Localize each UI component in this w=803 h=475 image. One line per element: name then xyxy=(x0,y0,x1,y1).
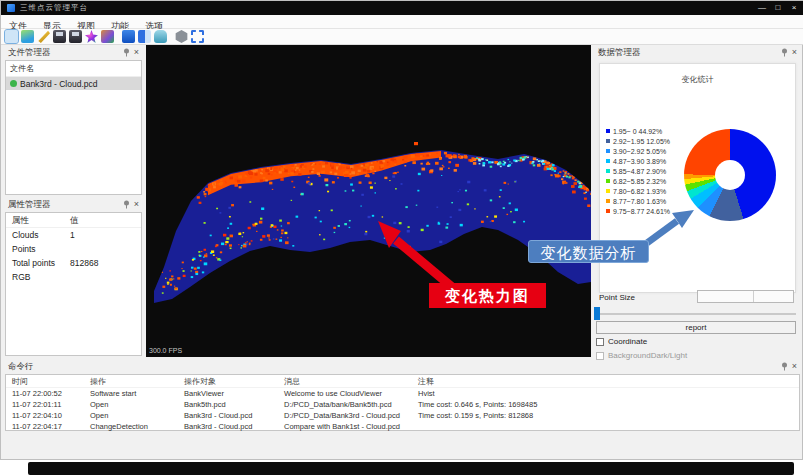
table-cell: Compare with Bank1st - Cloud.pcd xyxy=(284,422,400,431)
legend-swatch xyxy=(606,149,610,153)
pin-icon[interactable] xyxy=(123,200,130,209)
table-cell: 11-07 22:01:11 xyxy=(12,400,61,409)
legend-label: 4.87~3.90 3.89% xyxy=(613,158,666,165)
legend-swatch xyxy=(606,189,610,193)
file-item-label: Bank3rd - Cloud.pcd xyxy=(20,79,98,89)
brush-icon[interactable] xyxy=(37,30,50,43)
tree-header: 文件名 xyxy=(6,61,141,77)
legend-swatch xyxy=(606,209,610,213)
table-cell: D:/PCD_Data/bank/Bank5th.pcd xyxy=(284,400,392,409)
table-col-header: 操作 xyxy=(90,376,106,387)
legend-label: 6.82~5.85 2.32% xyxy=(613,178,666,185)
table-cell: Bank5th.pcd xyxy=(184,400,226,409)
close-icon[interactable]: × xyxy=(792,360,797,373)
pin-icon[interactable] xyxy=(123,48,130,57)
table-cell: Hvist xyxy=(418,389,435,398)
table-row[interactable]: 11-07 22:00:52Software startBankViewerWe… xyxy=(6,388,799,399)
save-icon[interactable] xyxy=(53,30,66,43)
minimize-button[interactable]: — xyxy=(754,1,770,15)
table-cell: Time cost: 0.646 s, Points: 1698485 xyxy=(418,400,537,409)
file-list: Bank3rd - Cloud.pcd xyxy=(6,77,141,90)
table-row[interactable]: 11-07 22:04:17ChangeDetectionBank3rd - C… xyxy=(6,421,799,432)
legend-label: 8.77~7.80 1.63% xyxy=(613,198,666,205)
panel-title: 数据管理器 xyxy=(598,47,781,59)
legend-label: 2.92~1.95 12.05% xyxy=(613,138,670,145)
file-item[interactable]: Bank3rd - Cloud.pcd xyxy=(6,77,141,90)
cube-half-icon[interactable] xyxy=(138,30,151,43)
point-size-label: Point Size xyxy=(599,293,635,302)
taskbar[interactable] xyxy=(28,462,794,475)
background-checkbox[interactable] xyxy=(596,352,604,360)
property-row: Points xyxy=(6,242,141,256)
table-row[interactable]: 11-07 22:04:10OpenBank3rd - Cloud.pcdD:/… xyxy=(6,410,799,421)
legend-swatch xyxy=(606,159,610,163)
layers-icon[interactable] xyxy=(101,30,114,43)
coordinate-label: Coordinate xyxy=(608,337,647,346)
settings-star-icon[interactable] xyxy=(85,30,98,43)
legend-swatch xyxy=(606,139,610,143)
property-cell: RGB xyxy=(12,272,30,282)
mesh-icon[interactable] xyxy=(175,30,188,43)
property-cell: Clouds xyxy=(12,230,38,240)
property-table: 属性值Clouds1PointsTotal points812868RGB xyxy=(5,212,142,356)
table-cell: Bank3rd - Cloud.pcd xyxy=(184,422,252,431)
close-icon[interactable]: × xyxy=(792,46,797,59)
command-line-header: 命令行 × xyxy=(3,360,802,373)
report-button[interactable]: report xyxy=(596,321,796,334)
cylinder-icon[interactable] xyxy=(154,30,167,43)
table-row[interactable]: 11-07 22:01:11OpenBank5th.pcdD:/PCD_Data… xyxy=(6,399,799,410)
close-icon[interactable]: × xyxy=(134,198,139,211)
background-label: BackgroundDark/Light xyxy=(608,351,687,360)
analysis-annotation: 变化数据分析 xyxy=(528,240,649,263)
new-point-cloud-icon[interactable] xyxy=(5,30,18,43)
point-cloud xyxy=(146,45,591,357)
chart-title: 变化统计 xyxy=(600,74,795,85)
property-cell: Total points xyxy=(12,258,55,268)
legend-item: 7.80~6.82 1.93% xyxy=(606,186,670,196)
cube-filled-icon[interactable] xyxy=(122,30,135,43)
command-table: 时间操作操作对象消息注释11-07 22:00:52Software start… xyxy=(5,374,800,431)
pin-icon[interactable] xyxy=(781,362,788,371)
pin-icon[interactable] xyxy=(781,48,788,57)
toolbar xyxy=(1,29,803,45)
selection-box-icon[interactable] xyxy=(191,30,204,43)
property-col-header: 值 xyxy=(70,215,79,227)
fps-counter: 300.0 FPS xyxy=(149,347,182,354)
point-size-input[interactable] xyxy=(697,290,794,303)
legend-label: 7.80~6.82 1.93% xyxy=(613,188,666,195)
property-manager-header: 属性管理器 × xyxy=(3,198,144,211)
legend-swatch xyxy=(606,129,610,133)
table-cell: Welcome to use CloudViewer xyxy=(284,389,382,398)
property-header-row: 属性值 xyxy=(6,213,141,228)
table-col-header: 注释 xyxy=(418,376,434,387)
open-file-icon[interactable] xyxy=(21,30,34,43)
panel-title: 属性管理器 xyxy=(8,199,123,211)
window-controls: — □ × xyxy=(754,1,803,15)
property-cell: 812868 xyxy=(70,258,98,268)
property-cell: 1 xyxy=(70,230,75,240)
legend-item: 3.90~2.92 5.05% xyxy=(606,146,670,156)
legend-label: 1.95~ 0 44.92% xyxy=(613,128,662,135)
legend-label: 9.75~8.77 24.61% xyxy=(613,208,670,215)
save-all-icon[interactable] xyxy=(69,30,82,43)
table-cell: Open xyxy=(90,400,108,409)
table-header-row: 时间操作操作对象消息注释 xyxy=(6,375,799,388)
property-cell: Points xyxy=(12,244,36,254)
3d-viewport[interactable]: 300.0 FPS xyxy=(146,45,591,357)
point-size-input-divider xyxy=(753,291,754,302)
donut-hole xyxy=(715,160,745,190)
slider-handle[interactable] xyxy=(594,307,600,320)
maximize-button[interactable]: □ xyxy=(770,1,786,15)
close-button[interactable]: × xyxy=(786,1,802,15)
window-titlebar: 三维点云管理平台 — □ × xyxy=(1,1,803,15)
coordinate-checkbox[interactable] xyxy=(596,338,604,346)
legend-item: 5.85~4.87 2.90% xyxy=(606,166,670,176)
data-manager-header: 数据管理器 × xyxy=(593,46,802,59)
table-cell: 11-07 22:04:17 xyxy=(12,422,62,431)
table-col-header: 时间 xyxy=(12,376,28,387)
legend-swatch xyxy=(606,169,610,173)
coordinate-checkbox-row: Coordinate xyxy=(596,337,647,346)
table-cell: 11-07 22:00:52 xyxy=(12,389,62,398)
close-icon[interactable]: × xyxy=(134,46,139,59)
point-size-slider[interactable] xyxy=(594,313,796,315)
